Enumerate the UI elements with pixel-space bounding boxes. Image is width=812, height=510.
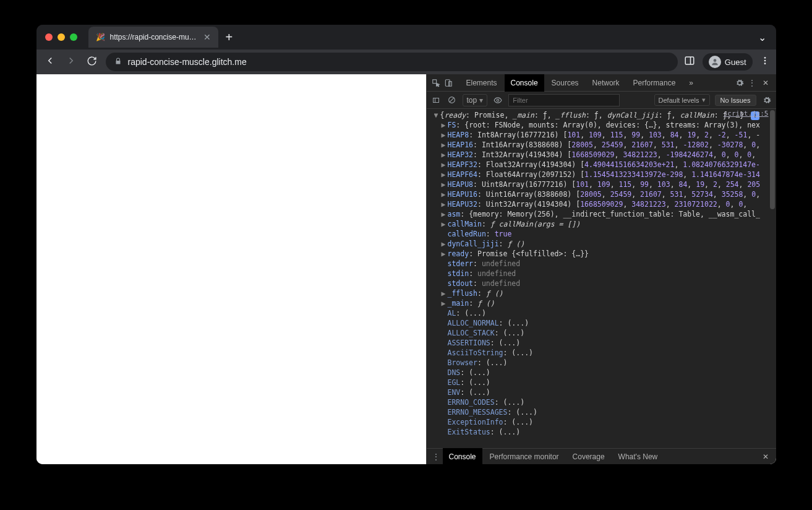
back-button[interactable] xyxy=(43,55,58,69)
forward-button[interactable] xyxy=(64,55,79,69)
tab-elements[interactable]: Elements xyxy=(460,74,503,92)
maximize-window-dot[interactable] xyxy=(70,33,77,41)
close-drawer-icon[interactable]: ✕ xyxy=(759,452,772,461)
svg-rect-0 xyxy=(685,57,694,64)
devtools-menu-icon[interactable]: ⋮ xyxy=(746,79,758,87)
svg-point-13 xyxy=(497,99,499,102)
svg-point-4 xyxy=(764,60,766,62)
omnibox[interactable]: rapid-concise-muscle.glitch.me xyxy=(106,53,678,71)
svg-rect-7 xyxy=(445,79,450,86)
property-row[interactable]: ▶ _fflush: ƒ () xyxy=(434,288,771,298)
content-area: Elements Console Sources Network Perform… xyxy=(36,74,776,464)
avatar-icon xyxy=(709,56,721,68)
scrollbar-thumb[interactable] xyxy=(770,110,775,209)
console-toolbar: top▾ Default levels▾ No Issues xyxy=(427,92,776,109)
traffic-lights xyxy=(41,33,82,41)
property-row[interactable]: AsciiToString: (...) xyxy=(434,348,771,358)
clear-console-icon[interactable] xyxy=(447,96,458,104)
issues-button[interactable]: No Issues xyxy=(715,95,756,106)
url-text: rapid-concise-muscle.glitch.me xyxy=(128,57,247,67)
property-row[interactable]: ▶ HEAP8: Int8Array(16777216) [101, 109, … xyxy=(434,130,771,140)
drawer-tab-whatsnew[interactable]: What's New xyxy=(612,448,664,465)
property-row[interactable]: ▶ HEAPF64: Float64Array(2097152) [1.1545… xyxy=(434,170,771,179)
new-tab-button[interactable]: + xyxy=(226,30,233,45)
minimize-window-dot[interactable] xyxy=(58,33,65,41)
property-row[interactable]: ▶ _main: ƒ () xyxy=(434,298,771,308)
tab-menu-chevron-icon[interactable]: ⌄ xyxy=(758,32,771,43)
overflow-menu-icon[interactable] xyxy=(760,56,770,68)
tab-strip: 🎉 https://rapid-concise-muscle.g ✕ + ⌄ xyxy=(36,25,776,50)
drawer-tab-coverage[interactable]: Coverage xyxy=(566,448,611,465)
device-toolbar-icon[interactable] xyxy=(443,79,454,87)
toolbar: rapid-concise-muscle.glitch.me Guest xyxy=(36,50,776,74)
property-row[interactable]: ALLOC_STACK: (...) xyxy=(434,328,771,338)
console-sidebar-toggle-icon[interactable] xyxy=(430,97,442,104)
console-output[interactable]: script.js:5 ▼ {ready: Promise, _main: ƒ,… xyxy=(427,109,776,448)
page-viewport[interactable] xyxy=(36,74,426,464)
property-row[interactable]: calledRun: true xyxy=(434,229,771,239)
source-link[interactable]: script.js:5 xyxy=(724,109,769,119)
property-row[interactable]: ▶ HEAPU16: Uint16Array(8388608) [28005, … xyxy=(434,189,771,199)
property-row[interactable]: ▶ HEAPF32: Float32Array(4194304) [4.4904… xyxy=(434,160,771,170)
property-row[interactable]: ▶ HEAPU32: Uint32Array(4194304) [1668509… xyxy=(434,199,771,209)
property-row[interactable]: stdout: undefined xyxy=(434,279,771,288)
settings-icon[interactable] xyxy=(734,79,745,87)
inspect-element-icon[interactable] xyxy=(430,79,442,87)
favicon-icon: 🎉 xyxy=(96,33,105,41)
property-row[interactable]: ▶ ready: Promise {<fulfilled>: {…}} xyxy=(434,249,771,259)
execution-context-selector[interactable]: top▾ xyxy=(463,94,488,106)
console-object-summary[interactable]: ▼ {ready: Promise, _main: ƒ, _fflush: ƒ,… xyxy=(434,110,771,120)
tab-sources[interactable]: Sources xyxy=(545,74,585,92)
property-row[interactable]: stdin: undefined xyxy=(434,269,771,279)
devtools-drawer: ⋮ Console Performance monitor Coverage W… xyxy=(427,448,776,464)
console-settings-icon[interactable] xyxy=(761,96,772,105)
live-expression-icon[interactable] xyxy=(492,96,503,105)
property-row[interactable]: DNS: (...) xyxy=(434,368,771,378)
property-row[interactable]: AL: (...) xyxy=(434,308,771,318)
devtools-tabbar: Elements Console Sources Network Perform… xyxy=(427,74,776,92)
close-tab-icon[interactable]: ✕ xyxy=(203,32,211,42)
panel-icon[interactable] xyxy=(684,55,695,69)
close-window-dot[interactable] xyxy=(45,33,53,41)
toolbar-right: Guest xyxy=(684,53,770,71)
svg-rect-6 xyxy=(432,79,436,83)
drawer-tab-console[interactable]: Console xyxy=(443,448,482,465)
property-row[interactable]: ▶ FS: {root: FSNode, mounts: Array(0), d… xyxy=(434,120,771,130)
property-row[interactable]: EGL: (...) xyxy=(434,378,771,387)
tab-title: https://rapid-concise-muscle.g xyxy=(110,33,199,41)
property-row[interactable]: ALLOC_NORMAL: (...) xyxy=(434,318,771,328)
property-row[interactable]: stderr: undefined xyxy=(434,259,771,269)
reload-button[interactable] xyxy=(85,56,100,69)
property-row[interactable]: ENV: (...) xyxy=(434,387,771,397)
close-devtools-icon[interactable]: ✕ xyxy=(759,79,772,87)
profile-label: Guest xyxy=(725,58,746,67)
property-row[interactable]: ERRNO_CODES: (...) xyxy=(434,397,771,407)
tab-network[interactable]: Network xyxy=(586,74,626,92)
property-row[interactable]: ▶ HEAP32: Int32Array(4194304) [166850902… xyxy=(434,150,771,160)
browser-tab[interactable]: 🎉 https://rapid-concise-muscle.g ✕ xyxy=(88,27,218,48)
browser-window: 🎉 https://rapid-concise-muscle.g ✕ + ⌄ r… xyxy=(36,25,776,464)
property-row[interactable]: ▶ callMain: ƒ callMain(args = []) xyxy=(434,219,771,229)
property-row[interactable]: ▶ HEAP16: Int16Array(8388608) [28005, 25… xyxy=(434,140,771,150)
property-row[interactable]: ▶ asm: {memory: Memory(256), __indirect_… xyxy=(434,209,771,219)
log-levels-selector[interactable]: Default levels▾ xyxy=(654,94,710,106)
tab-performance[interactable]: Performance xyxy=(627,74,682,92)
filter-input[interactable] xyxy=(508,94,620,106)
svg-line-12 xyxy=(450,98,455,103)
drawer-menu-icon[interactable]: ⋮ xyxy=(430,452,442,461)
devtools-panel: Elements Console Sources Network Perform… xyxy=(426,74,776,464)
property-row[interactable]: ExceptionInfo: (...) xyxy=(434,417,771,427)
tabs-overflow[interactable]: » xyxy=(683,74,699,92)
property-row[interactable]: Browser: (...) xyxy=(434,358,771,368)
tab-console[interactable]: Console xyxy=(505,74,544,92)
property-row[interactable]: ▶ HEAPU8: Uint8Array(16777216) [101, 109… xyxy=(434,179,771,189)
lock-icon xyxy=(114,58,122,67)
svg-point-5 xyxy=(764,63,766,64)
property-row[interactable]: ASSERTIONS: (...) xyxy=(434,338,771,348)
drawer-tab-perfmon[interactable]: Performance monitor xyxy=(484,448,565,465)
property-row[interactable]: ExitStatus: (...) xyxy=(434,427,771,437)
profile-chip[interactable]: Guest xyxy=(703,53,753,71)
property-row[interactable]: ▶ dynCall_jiji: ƒ () xyxy=(434,239,771,249)
property-row[interactable]: ERRNO_MESSAGES: (...) xyxy=(434,407,771,417)
svg-rect-9 xyxy=(433,98,438,102)
